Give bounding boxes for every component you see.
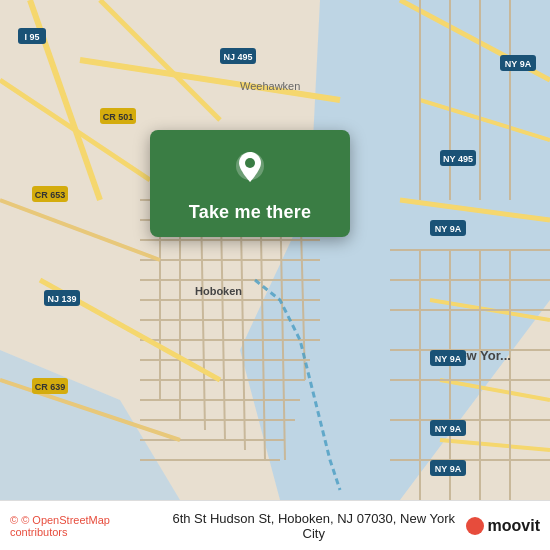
location-pin-icon — [228, 148, 272, 192]
moovit-label: moovit — [488, 517, 540, 535]
address-text: 6th St Hudson St, Hoboken, NJ 07030, New… — [162, 511, 466, 541]
svg-text:CR 501: CR 501 — [103, 112, 134, 122]
svg-text:NJ 139: NJ 139 — [47, 294, 76, 304]
bottom-bar: © © OpenStreetMap contributors 6th St Hu… — [0, 500, 550, 550]
svg-text:NJ 495: NJ 495 — [223, 52, 252, 62]
osm-credit-text: © OpenStreetMap contributors — [10, 514, 110, 538]
svg-text:NY 9A: NY 9A — [435, 224, 462, 234]
osm-credit: © © OpenStreetMap contributors — [10, 514, 162, 538]
svg-text:I 95: I 95 — [24, 32, 39, 42]
svg-text:NY 9A: NY 9A — [435, 354, 462, 364]
osm-symbol: © — [10, 514, 18, 526]
location-card[interactable]: Take me there — [150, 130, 350, 237]
moovit-icon — [466, 517, 484, 535]
map-container: Weehawken Hoboken New Yor... I 95 NJ 495… — [0, 0, 550, 500]
moovit-logo: moovit — [466, 517, 540, 535]
svg-text:Weehawken: Weehawken — [240, 80, 300, 92]
take-me-there-button[interactable]: Take me there — [189, 202, 311, 223]
svg-text:NY 9A: NY 9A — [435, 424, 462, 434]
svg-text:CR 639: CR 639 — [35, 382, 66, 392]
svg-text:CR 653: CR 653 — [35, 190, 66, 200]
map-background: Weehawken Hoboken New Yor... I 95 NJ 495… — [0, 0, 550, 500]
svg-text:NY 495: NY 495 — [443, 154, 473, 164]
svg-text:NY 9A: NY 9A — [435, 464, 462, 474]
svg-text:NY 9A: NY 9A — [505, 59, 532, 69]
svg-text:Hoboken: Hoboken — [195, 285, 242, 297]
svg-point-82 — [245, 158, 255, 168]
